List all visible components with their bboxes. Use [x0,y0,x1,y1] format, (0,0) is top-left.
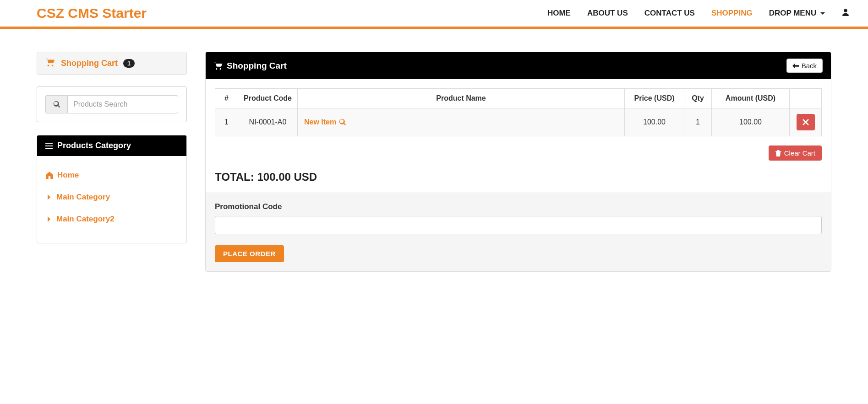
nav-home[interactable]: HOME [547,9,571,18]
cell-qty: 1 [684,108,712,136]
main-panel: Shopping Cart Back # Product Code Produc… [205,52,831,272]
col-actions [790,89,822,108]
category-main2[interactable]: Main Category2 [45,208,178,230]
table-row: 1 NI-0001-A0 New Item 100.00 1 100.00 [215,108,822,136]
cell-name: New Item [298,108,625,136]
cell-num: 1 [215,108,238,136]
delete-row-button[interactable] [797,114,815,130]
nav-contact[interactable]: CONTACT US [644,9,695,18]
back-button[interactable]: Back [786,59,823,73]
user-icon[interactable] [841,8,850,18]
search-input[interactable] [67,95,178,113]
brand[interactable]: CSZ CMS Starter [37,5,147,21]
total-line: TOTAL: 100.00 USD [215,171,822,183]
product-link[interactable]: New Item [304,118,346,126]
cart-icon [214,62,223,70]
cart-widget-label: Shopping Cart [61,59,118,68]
search-icon [45,95,67,113]
promo-code-input[interactable] [215,216,822,234]
cell-amount: 100.00 [712,108,790,136]
cart-icon [45,58,55,69]
col-code: Product Code [238,89,298,108]
panel-title: Shopping Cart [214,61,287,71]
close-icon [802,119,809,125]
nav-shopping[interactable]: SHOPPING [711,9,753,18]
chevron-down-icon [820,12,825,15]
promo-label: Promotional Code [215,202,822,211]
cart-count-badge: 1 [123,59,135,68]
nav-drop-menu[interactable]: DROP MENU [769,9,825,18]
top-nav: HOME ABOUT US CONTACT US SHOPPING DROP M… [547,8,850,18]
trash-icon [775,150,781,156]
cell-actions [790,108,822,136]
clear-cart-button[interactable]: Clear Cart [769,145,822,161]
caret-right-icon [45,215,53,223]
arrow-left-icon [792,63,799,69]
col-num: # [215,89,238,108]
sidebar: Shopping Cart 1 Products Category Home [37,52,187,243]
home-icon [45,171,54,179]
col-amount: Amount (USD) [712,89,790,108]
caret-right-icon [45,194,53,201]
category-home[interactable]: Home [45,164,178,186]
cell-code: NI-0001-A0 [238,108,298,136]
search-panel [37,86,187,122]
col-name: Product Name [298,89,625,108]
col-price: Price (USD) [625,89,684,108]
cart-table: # Product Code Product Name Price (USD) … [215,88,822,136]
cart-widget[interactable]: Shopping Cart 1 [37,52,187,75]
category-header: Products Category [37,135,186,156]
category-main[interactable]: Main Category [45,186,178,208]
col-qty: Qty [684,89,712,108]
nav-about[interactable]: ABOUT US [587,9,628,18]
menu-icon [45,143,53,149]
place-order-button[interactable]: PLACE ORDER [215,245,284,262]
category-panel: Products Category Home Main Category Mai… [37,135,187,243]
cell-price: 100.00 [625,108,684,136]
search-icon [339,119,346,126]
